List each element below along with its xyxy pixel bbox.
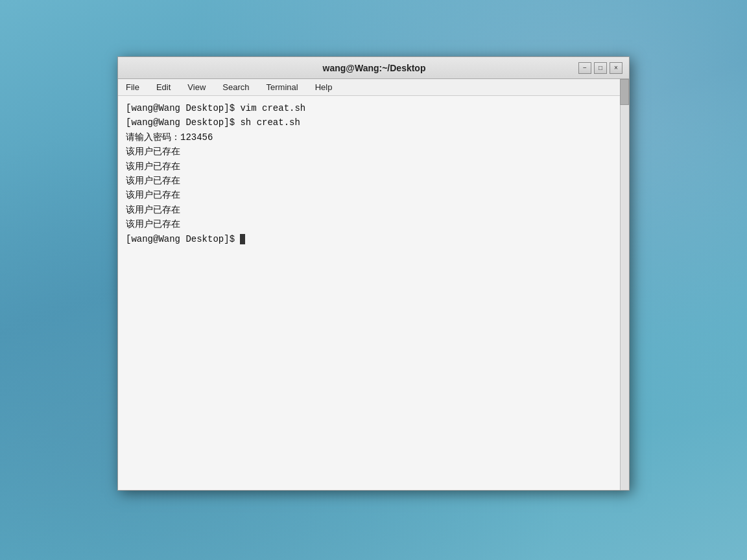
- scrollbar-thumb[interactable]: [620, 79, 629, 105]
- title-bar: wang@Wang:~/Desktop − □ ×: [118, 57, 629, 79]
- terminal-line: [wang@Wang Desktop]$ vim creat.sh: [126, 101, 621, 115]
- menu-view[interactable]: View: [185, 81, 208, 93]
- terminal-line: 该用户已存在: [126, 203, 621, 217]
- terminal-body[interactable]: [wang@Wang Desktop]$ vim creat.sh[wang@W…: [118, 96, 629, 490]
- terminal-line: 请输入密码：123456: [126, 130, 621, 145]
- menu-file[interactable]: File: [123, 81, 142, 93]
- terminal-line: [wang@Wang Desktop]$: [126, 232, 621, 246]
- scrollbar[interactable]: [620, 79, 629, 490]
- terminal-line: 该用户已存在: [126, 145, 621, 159]
- close-button[interactable]: ×: [610, 62, 622, 74]
- minimize-button[interactable]: −: [578, 62, 591, 74]
- menu-search[interactable]: Search: [220, 81, 252, 93]
- maximize-button[interactable]: □: [594, 62, 607, 74]
- terminal-window: wang@Wang:~/Desktop − □ × File Edit View…: [117, 56, 630, 491]
- terminal-cursor: [240, 234, 245, 244]
- menu-help[interactable]: Help: [313, 81, 335, 93]
- terminal-line: 该用户已存在: [126, 159, 621, 174]
- menu-terminal[interactable]: Terminal: [264, 81, 301, 93]
- terminal-line: 该用户已存在: [126, 217, 621, 231]
- window-controls: − □ ×: [578, 62, 622, 74]
- terminal-line: 该用户已存在: [126, 188, 621, 202]
- terminal-line: 该用户已存在: [126, 174, 621, 188]
- window-title: wang@Wang:~/Desktop: [170, 63, 578, 73]
- menu-bar: File Edit View Search Terminal Help: [118, 79, 629, 96]
- terminal-line: [wang@Wang Desktop]$ sh creat.sh: [126, 115, 621, 130]
- menu-edit[interactable]: Edit: [154, 81, 173, 93]
